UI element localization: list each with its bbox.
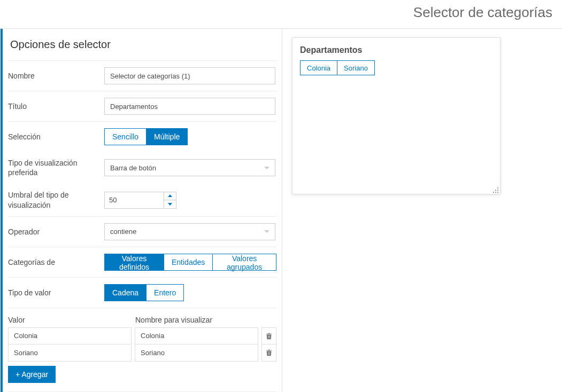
- preview-pane: Departamentos Colonia Soriano: [282, 29, 562, 392]
- display-input[interactable]: [135, 344, 258, 362]
- row-categorias: Categorías de Valores definidos Entidade…: [8, 247, 276, 277]
- page-title: Selector de categorías: [0, 0, 562, 28]
- svg-rect-2: [495, 190, 496, 191]
- svg-rect-3: [497, 192, 498, 193]
- operador-value: contiene: [110, 228, 136, 236]
- options-panel: Opciones de selector Nombre Título Selec…: [1, 29, 282, 392]
- value-input[interactable]: [8, 327, 132, 344]
- preview-title: Departamentos: [300, 45, 492, 55]
- vistype-value: Barra de botón: [110, 164, 156, 172]
- row-vistype: Tipo de visualización preferida Barra de…: [8, 152, 276, 184]
- categorias-toggle: Valores definidos Entidades Valores agru…: [104, 254, 276, 271]
- delete-row-button[interactable]: [261, 327, 276, 344]
- operador-select[interactable]: contiene: [104, 223, 275, 240]
- tipovalor-toggle: Cadena Entero: [104, 284, 184, 301]
- chevron-down-icon: [264, 230, 270, 233]
- label-categorias: Categorías de: [8, 257, 104, 267]
- row-seleccion: Selección Sencillo Múltiple: [8, 121, 276, 152]
- svg-rect-5: [493, 192, 494, 193]
- values-section: Valor Nombre para visualizar: [8, 308, 276, 392]
- values-col-value: Valor: [8, 316, 135, 324]
- row-tipovalor: Tipo de valor Cadena Entero: [8, 277, 276, 308]
- titulo-input[interactable]: [104, 98, 275, 115]
- label-operador: Operador: [8, 227, 104, 237]
- label-titulo: Título: [8, 101, 104, 111]
- svg-rect-4: [495, 192, 496, 193]
- row-operador: Operador contiene: [8, 216, 276, 247]
- umbral-step-down[interactable]: [164, 200, 176, 208]
- trash-icon: [265, 349, 273, 356]
- chip-colonia[interactable]: Colonia: [300, 60, 337, 75]
- tipovalor-entero[interactable]: Entero: [147, 284, 184, 301]
- chip-soriano[interactable]: Soriano: [337, 60, 375, 75]
- categorias-entidades[interactable]: Entidades: [164, 254, 213, 271]
- nombre-input[interactable]: [104, 67, 275, 84]
- label-seleccion: Selección: [8, 132, 104, 142]
- tipovalor-cadena[interactable]: Cadena: [104, 284, 147, 301]
- caret-up-icon: [168, 194, 172, 197]
- trash-icon: [265, 332, 273, 340]
- seleccion-sencillo[interactable]: Sencillo: [104, 128, 147, 145]
- svg-rect-0: [497, 187, 498, 189]
- delete-row-button[interactable]: [261, 344, 276, 362]
- label-nombre: Nombre: [8, 71, 104, 81]
- caret-down-icon: [168, 203, 172, 206]
- categorias-definidos[interactable]: Valores definidos: [104, 254, 164, 271]
- umbral-step-up[interactable]: [164, 192, 176, 200]
- row-nombre: Nombre: [8, 60, 276, 91]
- panel-heading: Opciones de selector: [8, 29, 276, 60]
- categorias-agrupados[interactable]: Valores agrupados: [213, 254, 276, 271]
- chevron-down-icon: [264, 167, 270, 169]
- svg-rect-1: [497, 190, 498, 191]
- preview-card: Departamentos Colonia Soriano: [292, 37, 501, 194]
- row-umbral: Umbral del tipo de visualización: [8, 184, 276, 216]
- vistype-select[interactable]: Barra de botón: [104, 159, 275, 176]
- seleccion-multiple[interactable]: Múltiple: [147, 128, 188, 145]
- value-row: [8, 344, 276, 362]
- value-row: [8, 327, 276, 344]
- add-value-button[interactable]: + Agregar: [8, 366, 56, 383]
- main-layout: Opciones de selector Nombre Título Selec…: [0, 28, 562, 392]
- value-input[interactable]: [8, 344, 132, 362]
- label-umbral: Umbral del tipo de visualización: [8, 190, 104, 209]
- seleccion-toggle: Sencillo Múltiple: [104, 128, 188, 145]
- values-col-display: Nombre para visualizar: [135, 316, 276, 324]
- label-tipovalor: Tipo de valor: [8, 288, 104, 297]
- row-titulo: Título: [8, 91, 276, 121]
- chip-row: Colonia Soriano: [300, 60, 375, 75]
- label-vistype: Tipo de visualización preferida: [8, 158, 104, 177]
- umbral-stepper: [104, 192, 176, 209]
- umbral-input[interactable]: [105, 192, 164, 208]
- display-input[interactable]: [135, 327, 258, 344]
- resize-handle-icon[interactable]: [492, 186, 499, 193]
